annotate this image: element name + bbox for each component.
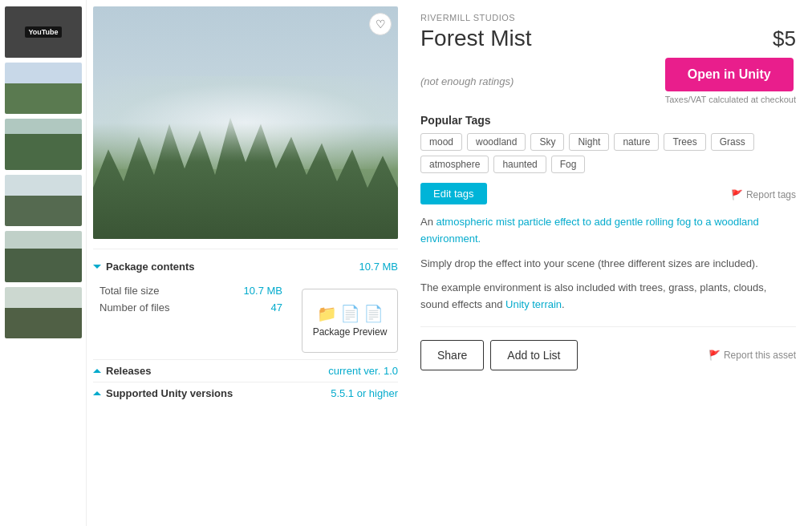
tag-fog[interactable]: Fog <box>551 156 586 173</box>
edit-tags-button[interactable]: Edit tags <box>420 183 487 204</box>
tag-grass[interactable]: Grass <box>711 133 754 151</box>
package-preview-label: Package Preview <box>313 326 388 338</box>
package-contents-size: 10.7 MB <box>359 261 398 273</box>
bottom-actions: Share Add to List 🚩 Report this asset <box>420 326 796 370</box>
tag-atmosphere[interactable]: atmosphere <box>420 156 489 173</box>
report-tags-link[interactable]: 🚩 Report tags <box>731 189 796 200</box>
tag-nature[interactable]: nature <box>614 133 659 151</box>
publisher-name: RIVERMILL STUDIOS <box>420 13 796 22</box>
main-image-panel: ♡ Package contents 10.7 MB Total file si… <box>87 0 404 526</box>
package-contents-label: Package contents <box>106 261 195 273</box>
asset-price: $5 <box>773 26 796 51</box>
asset-title: Forest Mist <box>420 26 531 51</box>
releases-label: Releases <box>106 365 151 377</box>
youtube-badge: YouTube <box>25 26 61 38</box>
description-p1: An atmospheric mist particle effect to a… <box>420 214 796 248</box>
num-files-value: 47 <box>271 301 282 314</box>
thumbnail-4[interactable] <box>5 231 82 282</box>
tags-actions: Edit tags 🚩 Report tags <box>420 178 796 204</box>
unity-terrain-link[interactable]: Unity terrain <box>505 298 562 310</box>
heart-icon: ♡ <box>376 18 386 30</box>
ratings-row: (not enough ratings) Open in Unity Taxes… <box>420 58 796 104</box>
doc2-icon: 📄 <box>363 304 384 323</box>
tag-haunted[interactable]: haunted <box>493 156 546 173</box>
flag-icon: 🚩 <box>731 189 743 200</box>
description-p2: Simply drop the effect into your scene (… <box>420 256 796 273</box>
description-p3: The example environment is also included… <box>420 280 796 314</box>
tags-row-2: atmosphere haunted Fog <box>420 156 796 173</box>
chevron-down-icon <box>93 265 101 269</box>
main-image: ♡ <box>93 6 398 239</box>
releases-title: Releases <box>93 365 151 377</box>
releases-value: current ver. 1.0 <box>328 365 398 377</box>
unity-versions-value: 5.5.1 or higher <box>331 387 398 399</box>
ratings-text: (not enough ratings) <box>420 75 514 87</box>
open-unity-group: Open in Unity Taxes/VAT calculated at ch… <box>665 58 796 104</box>
report-flag-icon: 🚩 <box>708 350 721 361</box>
thumbnail-5[interactable] <box>5 287 82 338</box>
open-in-unity-button[interactable]: Open in Unity <box>665 58 794 91</box>
package-contents-title: Package contents <box>93 261 195 273</box>
num-files-label: Number of files <box>99 301 169 314</box>
file-size-label: Total file size <box>99 285 159 297</box>
package-preview-box[interactable]: 📁 📄 📄 Package Preview <box>302 289 398 353</box>
chevron-up-icon2 <box>93 391 101 395</box>
tag-night[interactable]: Night <box>569 133 609 151</box>
package-contents-section: Package contents 10.7 MB Total file size… <box>93 249 398 359</box>
doc-icon: 📄 <box>340 304 360 323</box>
report-tags-label: Report tags <box>746 189 796 200</box>
report-asset-label: Report this asset <box>724 350 796 361</box>
thumbnail-2[interactable] <box>5 119 82 170</box>
tag-sky[interactable]: Sky <box>530 133 564 151</box>
chevron-up-icon <box>93 369 101 373</box>
thumbnail-strip: YouTube <box>0 0 87 526</box>
add-to-list-button[interactable]: Add to List <box>490 340 577 370</box>
package-contents-header[interactable]: Package contents 10.7 MB <box>93 256 398 277</box>
right-panel: RIVERMILL STUDIOS Forest Mist $5 (not en… <box>404 0 812 526</box>
tag-mood[interactable]: mood <box>420 133 462 151</box>
title-price-row: Forest Mist $5 <box>420 26 796 51</box>
unity-versions-label: Supported Unity versions <box>106 387 233 399</box>
releases-section: Releases current ver. 1.0 <box>93 359 398 382</box>
description-highlight: atmospheric mist particle effect to add … <box>420 216 759 245</box>
tag-woodland[interactable]: woodland <box>467 133 526 151</box>
report-asset-link[interactable]: 🚩 Report this asset <box>708 350 796 361</box>
thumbnail-1[interactable] <box>5 63 82 114</box>
contents-table: Total file size 10.7 MB Number of files … <box>93 282 398 359</box>
unity-versions-title: Supported Unity versions <box>93 387 233 399</box>
popular-tags-label: Popular Tags <box>420 114 796 127</box>
tags-row-1: mood woodland Sky Night nature Trees Gra… <box>420 133 796 151</box>
tax-note: Taxes/VAT calculated at checkout <box>665 95 796 104</box>
package-preview-icons: 📁 📄 📄 <box>317 304 384 323</box>
thumbnail-youtube[interactable]: YouTube <box>5 6 82 58</box>
folder-icon: 📁 <box>317 304 337 323</box>
unity-versions-header[interactable]: Supported Unity versions 5.5.1 or higher <box>93 382 398 404</box>
tag-trees[interactable]: Trees <box>664 133 705 151</box>
releases-header[interactable]: Releases current ver. 1.0 <box>93 360 398 382</box>
file-size-row: Total file size 10.7 MB <box>93 282 289 299</box>
num-files-row: Number of files 47 <box>93 299 289 316</box>
file-size-value: 10.7 MB <box>244 285 282 297</box>
unity-versions-section: Supported Unity versions 5.5.1 or higher <box>93 382 398 404</box>
thumbnail-3[interactable] <box>5 175 82 226</box>
share-button[interactable]: Share <box>420 340 484 370</box>
favorite-button[interactable]: ♡ <box>369 13 392 35</box>
action-buttons: Share Add to List <box>420 340 578 370</box>
